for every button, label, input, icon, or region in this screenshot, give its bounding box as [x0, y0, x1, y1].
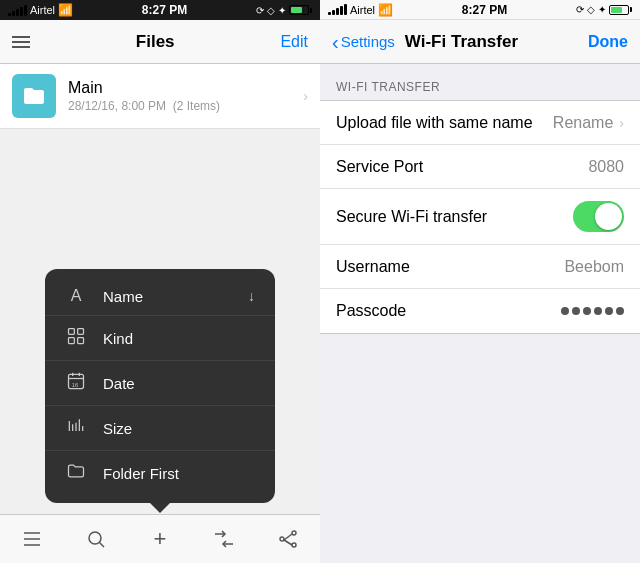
passcode-dots [561, 307, 624, 315]
left-panel: Airtel 📶 8:27 PM ⟳ ◇ ✦ Files Edit [0, 0, 320, 563]
left-status-left: Airtel 📶 [8, 3, 73, 17]
rotation-icon: ⟳ [256, 5, 264, 16]
svg-line-24 [284, 534, 292, 540]
right-location-icon: ◇ [587, 4, 595, 15]
right-status-left: Airtel 📶 [328, 3, 393, 17]
sort-folder-item[interactable]: Folder First [45, 451, 275, 495]
file-info: Main 28/12/16, 8:00 PM (2 Items) [68, 79, 291, 113]
back-chevron-icon: ‹ [332, 32, 339, 52]
edit-button[interactable]: Edit [280, 33, 308, 51]
service-port-value: 8080 [588, 158, 624, 176]
file-item[interactable]: Main 28/12/16, 8:00 PM (2 Items) › [0, 64, 320, 129]
sort-folder-label: Folder First [103, 465, 255, 482]
sort-date-item[interactable]: 16 Date [45, 361, 275, 406]
svg-rect-3 [78, 338, 84, 344]
username-label: Username [336, 258, 564, 276]
upload-same-name-label: Upload file with same name [336, 114, 553, 132]
left-status-bar: Airtel 📶 8:27 PM ⟳ ◇ ✦ [0, 0, 320, 20]
right-bluetooth-icon: ✦ [598, 4, 606, 15]
file-meta: 28/12/16, 8:00 PM (2 Items) [68, 99, 291, 113]
secure-wifi-row: Secure Wi-Fi transfer [320, 189, 640, 245]
right-panel: Airtel 📶 8:27 PM ⟳ ◇ ✦ ‹ Settings Wi-Fi … [320, 0, 640, 563]
sort-size-item[interactable]: Size [45, 406, 275, 451]
sort-kind-icon [65, 326, 87, 350]
upload-chevron-icon: › [619, 115, 624, 131]
username-row[interactable]: Username Beebom [320, 245, 640, 289]
sort-size-icon [65, 416, 87, 440]
bluetooth-icon: ✦ [278, 5, 286, 16]
right-wifi-icon: 📶 [378, 3, 393, 17]
svg-point-22 [280, 537, 284, 541]
share-button[interactable] [266, 517, 310, 561]
folder-icon [12, 74, 56, 118]
section-header: WI-FI TRANSFER [320, 64, 640, 100]
sort-name-icon: A [65, 287, 87, 305]
left-nav-bar: Files Edit [0, 20, 320, 64]
username-value: Beebom [564, 258, 624, 276]
secure-wifi-label: Secure Wi-Fi transfer [336, 208, 573, 226]
settings-group: Upload file with same name Rename › Serv… [320, 100, 640, 334]
svg-rect-2 [69, 338, 75, 344]
svg-rect-0 [69, 329, 75, 335]
left-status-right: ⟳ ◇ ✦ [256, 5, 312, 16]
passcode-label: Passcode [336, 302, 561, 320]
upload-same-name-row[interactable]: Upload file with same name Rename › [320, 101, 640, 145]
service-port-label: Service Port [336, 158, 588, 176]
left-nav-title: Files [136, 32, 175, 52]
right-nav-title: Wi-Fi Transfer [341, 32, 582, 52]
right-signal-icon [328, 4, 347, 15]
svg-line-25 [284, 540, 292, 545]
right-status-right: ⟳ ◇ ✦ [576, 4, 632, 15]
svg-point-17 [89, 532, 101, 544]
right-rotation-icon: ⟳ [576, 4, 584, 15]
battery-icon [289, 5, 312, 15]
sort-date-label: Date [103, 375, 255, 392]
svg-point-21 [292, 531, 296, 535]
file-chevron-icon: › [303, 88, 308, 104]
search-button[interactable] [74, 517, 118, 561]
right-nav-bar: ‹ Settings Wi-Fi Transfer Done [320, 20, 640, 64]
sort-kind-item[interactable]: Kind [45, 316, 275, 361]
svg-text:16: 16 [72, 382, 78, 388]
sort-name-item[interactable]: A Name ↓ [45, 277, 275, 316]
add-button[interactable]: + [138, 517, 182, 561]
sort-size-label: Size [103, 420, 255, 437]
settings-content: WI-FI TRANSFER Upload file with same nam… [320, 64, 640, 563]
right-battery-icon [609, 5, 632, 15]
sort-menu: A Name ↓ Kind 16 Date [45, 269, 275, 503]
list-view-button[interactable] [10, 517, 54, 561]
passcode-row[interactable]: Passcode [320, 289, 640, 333]
carrier-label: Airtel [30, 4, 55, 16]
sort-folder-icon [65, 461, 87, 485]
hamburger-button[interactable] [12, 36, 30, 48]
svg-rect-1 [78, 329, 84, 335]
svg-point-23 [292, 543, 296, 547]
sort-arrow-icon: ↓ [248, 288, 255, 304]
service-port-row[interactable]: Service Port 8080 [320, 145, 640, 189]
signal-icon [8, 5, 27, 16]
sort-date-icon: 16 [65, 371, 87, 395]
right-time: 8:27 PM [462, 3, 507, 17]
done-button[interactable]: Done [588, 33, 628, 51]
left-time: 8:27 PM [142, 3, 187, 17]
location-icon: ◇ [267, 5, 275, 16]
left-bottom-toolbar: + [0, 514, 320, 563]
upload-same-name-value: Rename [553, 114, 613, 132]
wifi-icon: 📶 [58, 3, 73, 17]
right-status-bar: Airtel 📶 8:27 PM ⟳ ◇ ✦ [320, 0, 640, 20]
secure-wifi-toggle[interactable] [573, 201, 624, 232]
sort-name-label: Name [103, 288, 232, 305]
sort-kind-label: Kind [103, 330, 255, 347]
right-carrier-label: Airtel [350, 4, 375, 16]
toggle-knob [595, 203, 622, 230]
svg-line-18 [100, 543, 105, 548]
sort-button[interactable] [202, 517, 246, 561]
file-name: Main [68, 79, 291, 97]
